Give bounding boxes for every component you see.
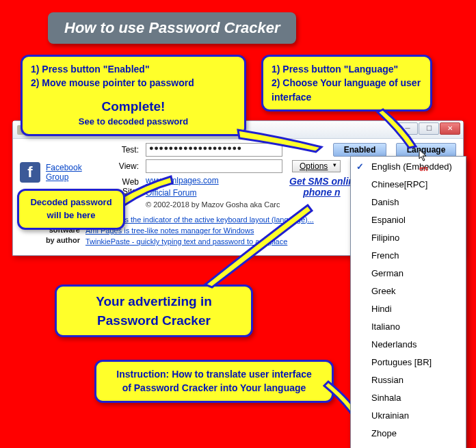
lang-item-italiano[interactable]: Italiano [351, 318, 466, 336]
text: 2) Move mouse pointer to password [31, 76, 236, 90]
lang-item-chinese[interactable]: Chinese[RPC] [351, 176, 466, 194]
lang-item-greek[interactable]: Greek [351, 282, 466, 300]
text: Your advertizing in [65, 292, 243, 311]
lang-item-cesky[interactable]: Cesky [351, 443, 466, 448]
page-title: How to use Password Cracker [48, 12, 296, 44]
lang-item-nederlands[interactable]: Nederlands [351, 336, 466, 354]
text: by author [20, 235, 80, 245]
facebook-group-link[interactable]: Group [46, 172, 82, 182]
lang-item-espaniol[interactable]: Espaniol [351, 211, 466, 229]
text: will be here [27, 209, 115, 222]
lang-item-sinhala[interactable]: Sinhala [351, 389, 466, 407]
en-indicator: en [419, 161, 428, 176]
language-menu: English (Embedded) en Chinese[RPC] Danis… [350, 156, 466, 448]
lang-item-french[interactable]: French [351, 247, 466, 265]
callout-translate-instruction: Instruction: How to translate user inter… [94, 360, 334, 403]
callout-enabled-instructions: 1) Press button "Enabled" 2) Move mouse … [21, 55, 246, 136]
twinkiepaste-link[interactable]: TwinkiePaste - quickly typing text and p… [85, 237, 314, 246]
text: Password Cracker [65, 311, 243, 330]
lang-item-filipino[interactable]: Filipino [351, 229, 466, 247]
sms-link-2[interactable]: phone n [289, 187, 354, 198]
close-button[interactable]: ✕ [440, 122, 460, 135]
options-button[interactable]: Options [292, 160, 341, 172]
view-label: View: [109, 161, 139, 171]
lang-item-russian[interactable]: Russian [351, 371, 466, 389]
text: 2) Choose Your language of user interfac… [272, 76, 422, 104]
lang-item-portugues[interactable]: Portugues [BR] [351, 354, 466, 371]
cursor-icon [419, 149, 428, 161]
callout-advertising: Your advertizing in Password Cracker [55, 285, 253, 337]
text: Instruction: How to translate user inter… [105, 367, 323, 381]
sms-link[interactable]: Get SMS onlin [289, 176, 354, 187]
callout-language-instructions: 1) Press button "Language" 2) Choose You… [261, 55, 432, 111]
minimize-button[interactable]: ─ [397, 122, 418, 135]
lang-item-zhope[interactable]: Zhope [351, 425, 466, 443]
lang-label: English (Embedded) [371, 161, 452, 172]
text: 1) Press button "Language" [272, 62, 422, 76]
facebook-icon[interactable]: f [20, 162, 40, 183]
text: 1) Press button "Enabled" [31, 62, 236, 76]
lang-item-danish[interactable]: Danish [351, 194, 466, 211]
test-label: Test: [109, 145, 139, 155]
callout-decoded-password: Decoded password will be here [17, 189, 125, 230]
official-forum-link[interactable]: Official Forum [146, 188, 282, 198]
text: Complete! [31, 97, 236, 116]
text: See to decoded password [31, 116, 236, 129]
test-field[interactable]: ●●●●●●●●●●●●●●●●●●● [146, 143, 282, 157]
text: Decoded password [27, 196, 115, 209]
lang-item-english[interactable]: English (Embedded) en [351, 158, 466, 176]
lang-item-german[interactable]: German [351, 265, 466, 282]
text: of Password Cracker into Your language [105, 381, 323, 395]
lang-item-ukrainian[interactable]: Ukrainian [351, 407, 466, 425]
amlpages-link[interactable]: www.amlpages.com [146, 176, 282, 185]
enabled-button[interactable]: Enabled [333, 143, 386, 157]
view-field[interactable] [146, 159, 282, 173]
facebook-link[interactable]: Facebook [46, 163, 82, 172]
maximize-button[interactable]: ☐ [419, 122, 439, 135]
lang-item-hindi[interactable]: Hindi [351, 300, 466, 318]
